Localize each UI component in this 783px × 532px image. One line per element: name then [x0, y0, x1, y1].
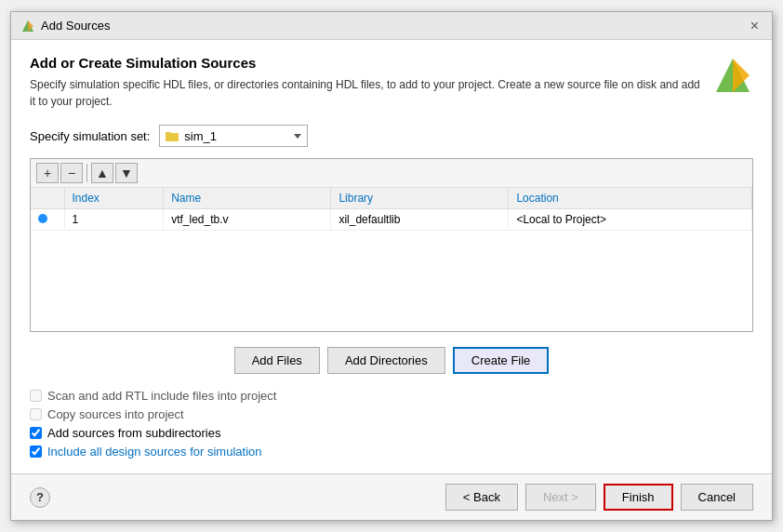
row-library: xil_defaultlib: [331, 209, 509, 231]
col-name: Name: [164, 188, 331, 209]
row-index: 1: [64, 209, 164, 231]
footer-right: < Back Next > Finish Cancel: [445, 484, 753, 511]
add-files-button[interactable]: Add Files: [234, 347, 320, 374]
header-section: Add or Create Simulation Sources Specify…: [30, 55, 753, 110]
sim-set-row: Specify simulation set: sim_1: [30, 125, 753, 147]
cancel-button[interactable]: Cancel: [681, 484, 753, 511]
footer-left: ?: [30, 487, 50, 508]
add-subdirs-checkbox[interactable]: [30, 427, 42, 439]
checkboxes-section: Scan and add RTL include files into proj…: [30, 389, 753, 459]
move-up-button[interactable]: ▲: [91, 163, 113, 183]
help-button[interactable]: ?: [30, 487, 50, 508]
title-bar-left: Add Sources: [20, 19, 110, 33]
dialog-title: Add or Create Simulation Sources: [30, 55, 703, 71]
header-text: Add or Create Simulation Sources Specify…: [30, 55, 703, 110]
sim-set-label: Specify simulation set:: [30, 129, 150, 143]
add-subdirs-label: Add sources from subdirectories: [47, 426, 220, 440]
col-library: Library: [331, 188, 509, 209]
sources-table: Index Name Library Location 1 vtf_led_tb…: [31, 188, 752, 331]
checkbox-row-4: Include all design sources for simulatio…: [30, 445, 753, 459]
scan-rtl-checkbox[interactable]: [30, 390, 42, 402]
col-indicator: [31, 188, 64, 209]
folder-icon: [166, 130, 179, 141]
close-button[interactable]: ×: [747, 17, 763, 35]
checkbox-row-1: Scan and add RTL include files into proj…: [30, 389, 753, 403]
toolbar: + − ▲ ▼: [31, 159, 752, 188]
col-index: Index: [64, 188, 164, 209]
row-indicator: [31, 209, 64, 231]
toolbar-separator: [86, 164, 87, 182]
finish-button[interactable]: Finish: [604, 484, 673, 511]
add-source-button[interactable]: +: [36, 163, 59, 183]
back-button[interactable]: < Back: [445, 484, 518, 511]
table-section: + − ▲ ▼ Index Name Library Location: [30, 158, 753, 332]
chevron-down-icon: [294, 134, 301, 139]
footer: ? < Back Next > Finish Cancel: [11, 473, 772, 520]
sim-set-value: sim_1: [184, 129, 217, 143]
dialog-description: Specify simulation specific HDL files, o…: [30, 76, 703, 110]
col-location: Location: [509, 188, 752, 209]
copy-sources-label: Copy sources into project: [47, 407, 184, 421]
dialog-content: Add or Create Simulation Sources Specify…: [11, 40, 772, 473]
vivado-title-icon: [20, 19, 35, 33]
copy-sources-checkbox[interactable]: [30, 408, 42, 420]
scan-rtl-label: Scan and add RTL include files into proj…: [47, 389, 276, 403]
add-directories-button[interactable]: Add Directories: [327, 347, 445, 374]
include-design-sources-checkbox[interactable]: [30, 446, 42, 458]
create-file-button[interactable]: Create File: [453, 347, 550, 374]
row-location: <Local to Project>: [509, 209, 752, 231]
table-row[interactable]: 1 vtf_led_tb.v xil_defaultlib <Local to …: [31, 209, 752, 231]
title-bar: Add Sources ×: [11, 12, 772, 40]
table-header-row: Index Name Library Location: [31, 188, 752, 209]
next-button[interactable]: Next >: [525, 484, 596, 511]
vivado-logo: [712, 55, 753, 96]
add-sources-dialog: Add Sources × Add or Create Simulation S…: [10, 11, 773, 521]
sim-set-dropdown[interactable]: sim_1: [159, 125, 308, 147]
status-dot: [38, 214, 47, 223]
file-buttons: Add Files Add Directories Create File: [30, 347, 753, 374]
move-down-button[interactable]: ▼: [115, 163, 138, 183]
window-title: Add Sources: [41, 19, 110, 33]
row-name: vtf_led_tb.v: [164, 209, 331, 231]
svg-rect-5: [166, 132, 171, 135]
checkbox-row-3: Add sources from subdirectories: [30, 426, 753, 440]
include-design-sources-label: Include all design sources for simulatio…: [47, 445, 262, 459]
remove-source-button[interactable]: −: [60, 163, 83, 183]
checkbox-row-2: Copy sources into project: [30, 407, 753, 421]
